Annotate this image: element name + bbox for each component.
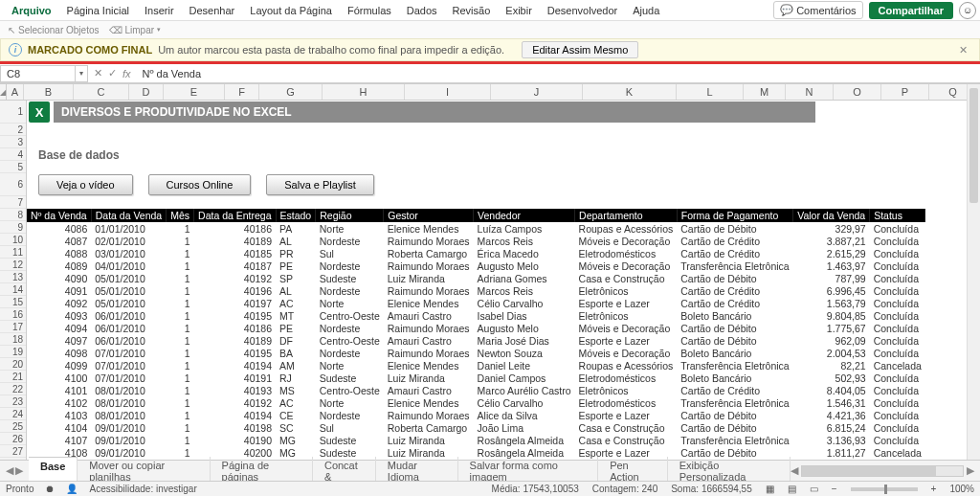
- table-row[interactable]: 409205/01/2010140197ACNorteElenice Mende…: [27, 297, 925, 309]
- col-header-E[interactable]: E: [164, 84, 225, 100]
- macro-record-icon[interactable]: ⏺: [45, 484, 55, 494]
- table-row[interactable]: 409105/01/2010140196ALNordesteRaimundo M…: [27, 284, 925, 297]
- table-row[interactable]: 409005/01/2010140192SPSudesteLuiz Mirand…: [27, 272, 925, 284]
- col-header-I[interactable]: I: [405, 84, 491, 100]
- macro-button-veja-o-vídeo[interactable]: Veja o vídeo: [38, 174, 133, 195]
- tab-scroll-right[interactable]: ▶: [967, 464, 974, 477]
- table-header[interactable]: Região: [316, 209, 384, 222]
- row-header-8[interactable]: 8: [0, 209, 26, 221]
- col-header-G[interactable]: G: [259, 84, 323, 100]
- row-header-3[interactable]: 3: [0, 136, 26, 148]
- row-header-16[interactable]: 16: [0, 308, 26, 321]
- table-header[interactable]: Forma de Pagamento: [677, 209, 792, 222]
- row-header-6[interactable]: 6: [0, 173, 26, 196]
- menu-ajuda[interactable]: Ajuda: [625, 3, 667, 18]
- col-header-J[interactable]: J: [491, 84, 583, 100]
- menu-fórmulas[interactable]: Fórmulas: [340, 3, 399, 18]
- vertical-scrollbar[interactable]: [967, 84, 980, 460]
- row-header-12[interactable]: 12: [0, 259, 26, 271]
- row-header-22[interactable]: 22: [0, 383, 26, 395]
- macro-button-salva-e-playlist[interactable]: Salva e Playlist: [266, 174, 374, 195]
- table-header[interactable]: Valor da Venda: [793, 209, 870, 222]
- table-row[interactable]: 409406/01/2010140186PENordesteRaimundo M…: [27, 322, 925, 334]
- view-break-icon[interactable]: ▭: [810, 484, 818, 494]
- table-row[interactable]: 410208/01/2010140192ACNorteElenice Mende…: [27, 396, 925, 409]
- col-header-B[interactable]: B: [24, 84, 74, 100]
- row-header-13[interactable]: 13: [0, 271, 26, 283]
- zoom-slider[interactable]: [851, 487, 918, 491]
- menu-arquivo[interactable]: Arquivo: [4, 3, 59, 18]
- zoom-out-button[interactable]: −: [832, 484, 837, 494]
- name-box-dropdown[interactable]: ▾: [75, 65, 88, 82]
- menu-exibir[interactable]: Exibir: [498, 3, 540, 18]
- tab-nav-prev[interactable]: ◀: [6, 464, 13, 477]
- table-row[interactable]: 408803/01/2010140185PRSulRoberta Camargo…: [27, 247, 925, 259]
- col-header-N[interactable]: N: [786, 84, 834, 100]
- view-layout-icon[interactable]: ▤: [788, 484, 796, 494]
- col-header-C[interactable]: C: [74, 84, 129, 100]
- banner-close-button[interactable]: ✕: [955, 44, 971, 56]
- table-row[interactable]: 408904/01/2010140187PENordesteRaimundo M…: [27, 259, 925, 272]
- edit-anyway-button[interactable]: Editar Assim Mesmo: [522, 41, 638, 58]
- accessibility-icon[interactable]: 👤: [66, 484, 78, 494]
- tab-nav-next[interactable]: ▶: [15, 464, 23, 477]
- clear-tool[interactable]: ⌫ Limpar ▾: [109, 25, 162, 35]
- row-header-11[interactable]: 11: [0, 246, 26, 259]
- row-header-1[interactable]: 1: [0, 101, 26, 124]
- menu-layout-da-página[interactable]: Layout da Página: [242, 3, 340, 18]
- table-row[interactable]: 408601/01/2010140186PANorteElenice Mende…: [27, 222, 925, 235]
- row-header-18[interactable]: 18: [0, 333, 26, 346]
- row-header-24[interactable]: 24: [0, 408, 26, 420]
- col-header-D[interactable]: D: [129, 84, 164, 100]
- share-button[interactable]: Compartilhar: [869, 2, 953, 19]
- table-row[interactable]: 408702/01/2010140189ALNordesteRaimundo M…: [27, 235, 925, 247]
- row-header-15[interactable]: 15: [0, 296, 26, 308]
- table-header[interactable]: Estado: [276, 209, 316, 222]
- menu-revisão[interactable]: Revisão: [445, 3, 499, 18]
- row-header-25[interactable]: 25: [0, 420, 26, 433]
- row-header-23[interactable]: 23: [0, 395, 26, 408]
- menu-inserir[interactable]: Inserir: [137, 3, 182, 18]
- row-header-7[interactable]: 7: [0, 196, 26, 209]
- table-header[interactable]: Data da Entrega: [194, 209, 276, 222]
- col-header-H[interactable]: H: [323, 84, 405, 100]
- table-row[interactable]: 409807/01/2010140195BANordesteRaimundo M…: [27, 347, 925, 359]
- accept-icon[interactable]: ✓: [108, 67, 117, 79]
- row-header-20[interactable]: 20: [0, 358, 26, 371]
- row-header-5[interactable]: 5: [0, 161, 26, 173]
- select-objects-tool[interactable]: ↖ Selecionar Objetos: [8, 25, 100, 35]
- select-all-triangle[interactable]: ◢: [0, 84, 7, 100]
- menu-desenvolvedor[interactable]: Desenvolvedor: [540, 3, 625, 18]
- row-header-14[interactable]: 14: [0, 283, 26, 296]
- table-header[interactable]: Gestor: [384, 209, 474, 222]
- cancel-icon[interactable]: ✕: [94, 67, 102, 79]
- comments-button[interactable]: 💬 Comentários: [773, 1, 862, 19]
- col-header-L[interactable]: L: [677, 84, 744, 100]
- table-header[interactable]: Status: [870, 209, 925, 222]
- fx-icon[interactable]: fx: [122, 68, 131, 79]
- table-row[interactable]: 410409/01/2010140198SCSulRoberta Camargo…: [27, 421, 925, 434]
- table-row[interactable]: 409306/01/2010140195MTCentro-OesteAmauri…: [27, 309, 925, 322]
- feedback-button[interactable]: ☺: [959, 2, 976, 19]
- table-header[interactable]: Nº da Venda: [27, 209, 91, 222]
- row-header-26[interactable]: 26: [0, 433, 26, 445]
- col-header-K[interactable]: K: [583, 84, 677, 100]
- name-box[interactable]: C8: [0, 65, 75, 82]
- table-header[interactable]: Data da Venda: [91, 209, 166, 222]
- row-header-17[interactable]: 17: [0, 321, 26, 333]
- row-header-27[interactable]: 27: [0, 445, 26, 458]
- table-header[interactable]: Vendedor: [474, 209, 575, 222]
- view-normal-icon[interactable]: ▦: [766, 484, 774, 494]
- macro-button-cursos-online[interactable]: Cursos Online: [148, 174, 252, 195]
- table-row[interactable]: 410108/01/2010140193MSCentro-OesteAmauri…: [27, 384, 925, 396]
- row-header-2[interactable]: 2: [0, 124, 26, 136]
- formula-input[interactable]: Nº da Venda: [137, 68, 980, 79]
- col-header-F[interactable]: F: [225, 84, 259, 100]
- zoom-level[interactable]: 100%: [949, 484, 974, 494]
- table-row[interactable]: 410308/01/2010140194CENordesteRaimundo M…: [27, 409, 925, 421]
- col-header-A[interactable]: A: [7, 84, 24, 100]
- menu-página-inicial[interactable]: Página Inicial: [59, 3, 137, 18]
- table-row[interactable]: 410709/01/2010140190MGSudesteLuiz Mirand…: [27, 434, 925, 446]
- table-row[interactable]: 410007/01/2010140191RJSudesteLuiz Mirand…: [27, 372, 925, 384]
- table-header[interactable]: Departamento: [575, 209, 678, 222]
